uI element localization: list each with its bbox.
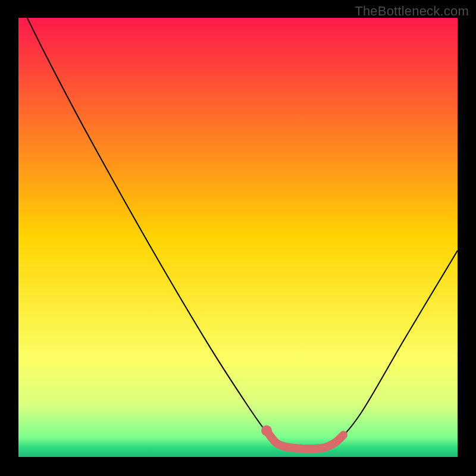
plot-area	[18, 18, 458, 457]
chart-svg	[18, 18, 458, 457]
highlight-dot	[261, 425, 272, 436]
watermark-text: TheBottleneck.com	[355, 4, 469, 19]
chart-frame: TheBottleneck.com	[0, 0, 476, 476]
